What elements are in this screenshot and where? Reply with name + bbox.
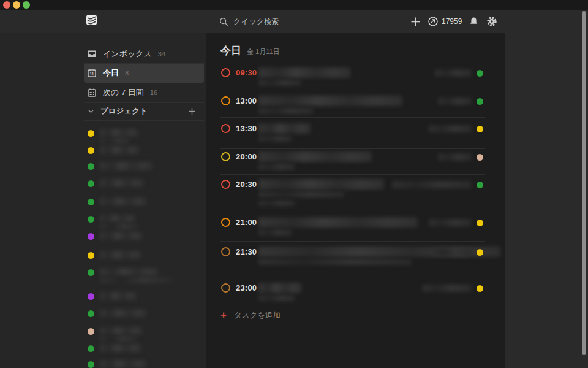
task-separator [221,174,485,175]
task-complete-circle[interactable] [221,180,230,189]
sidebar-project-item[interactable] [84,161,204,171]
redacted-task-title [258,217,418,228]
sidebar-item-today[interactable]: 11今日8 [84,63,204,83]
sidebar-project-item[interactable] [84,145,204,155]
redacted-task-title [258,96,402,106]
search-icon [219,17,228,26]
add-task-button[interactable] [408,14,423,29]
redacted-project-name [100,251,141,259]
sidebar-item-count: 8 [125,69,129,77]
sidebar-project-item[interactable] [84,326,204,345]
chevron-down-icon[interactable] [88,108,94,115]
project-color-dot [88,216,94,223]
redacted-project-name [100,360,146,368]
redacted-project-label[interactable] [423,285,472,292]
sidebar-project-item[interactable] [84,128,204,147]
add-task-row-button[interactable]: + タスクを追加 [221,309,281,322]
add-project-button[interactable] [188,107,196,115]
traffic-light-minimize-button[interactable] [13,1,20,9]
karma-score[interactable]: 17959 [428,14,462,29]
task-complete-circle[interactable] [221,124,230,133]
redacted-task-subtext [258,191,344,197]
sidebar-project-item[interactable] [84,214,204,232]
sidebar-project-item[interactable] [84,231,204,241]
task-separator [221,307,485,307]
view-title: 今日 金 1月11日 [221,44,280,58]
task-separator [221,213,485,213]
sidebar: インボックス3411今日8次の 7 日間16プロジェクト [0,33,206,368]
sidebar-separator [84,63,204,64]
redacted-project-name [100,344,141,352]
karma-trend-icon [428,17,438,26]
task-complete-circle[interactable] [221,283,230,293]
sidebar-project-item[interactable] [84,309,204,318]
view-title-text: 今日 [221,44,241,58]
sidebar-project-item[interactable] [84,197,204,207]
redacted-project-name [100,146,139,154]
todoist-logo-icon [86,15,97,25]
task-separator [221,278,485,278]
sidebar-project-item[interactable] [84,343,204,353]
notifications-bell-button[interactable] [466,14,481,29]
project-color-dot [88,180,94,187]
sidebar-project-item[interactable] [84,178,204,188]
task-complete-circle[interactable] [221,218,230,227]
app-header: クイック検索 17959 [0,10,588,33]
redacted-project-label[interactable] [432,248,472,256]
settings-gear-button[interactable] [484,14,499,29]
sidebar-separator [84,120,204,121]
calendar-today-icon: 11 [87,68,97,78]
traffic-light-zoom-button[interactable] [23,1,30,9]
redacted-task-title [258,123,311,134]
task-project-dot [477,182,483,188]
project-color-dot [88,130,94,137]
task-complete-circle[interactable] [221,96,230,105]
redacted-task-subtext [258,80,301,86]
project-color-dot [88,233,94,240]
redacted-project-name [100,232,143,240]
project-color-dot [88,199,94,205]
project-color-dot [88,147,94,154]
sidebar-project-item[interactable] [84,359,204,368]
sidebar-item-count: 16 [150,89,157,96]
svg-text:11: 11 [90,72,94,76]
redacted-project-label[interactable] [435,69,472,77]
projects-header-label: プロジェクト [100,106,148,117]
redacted-project-label[interactable] [429,125,472,132]
redacted-project-name [100,162,153,170]
sidebar-project-item[interactable] [84,250,204,260]
task-complete-circle[interactable] [221,247,230,256]
sidebar-project-item[interactable] [84,291,204,301]
app-window: クイック検索 17959 [0,0,588,368]
task-complete-circle[interactable] [221,152,230,161]
quick-search-input[interactable]: クイック検索 [219,13,279,29]
redacted-project-label[interactable] [438,98,472,105]
task-project-dot [477,98,483,105]
vertical-scrollbar-thumb[interactable] [582,11,586,355]
traffic-light-close-button[interactable] [3,1,10,9]
redacted-task-subtext [258,201,295,206]
redacted-project-name-line2 [100,335,138,342]
redacted-task-title [258,151,372,162]
sidebar-item-inbox[interactable]: インボックス34 [84,44,204,64]
add-task-label: タスクを追加 [234,310,281,321]
redacted-project-name-line2 [100,223,139,230]
sidebar-item-label: 次の 7 日間 [103,87,144,98]
redacted-project-label[interactable] [429,219,472,226]
sidebar-item-next7days[interactable]: 次の 7 日間16 [84,83,204,102]
redacted-project-label[interactable] [438,153,472,161]
sidebar-item-label: インボックス [103,48,152,59]
project-color-dot [88,252,94,259]
projects-section-header[interactable]: プロジェクト [84,102,204,120]
add-icon: + [221,310,227,320]
task-project-dot [477,285,483,292]
sidebar-project-item[interactable] [84,267,204,286]
project-color-dot [88,269,94,276]
redacted-task-title [258,283,301,293]
task-complete-circle[interactable] [221,68,230,77]
task-separator [221,241,485,242]
project-color-dot [88,163,94,170]
redacted-project-name [100,215,135,223]
task-separator [221,88,485,88]
redacted-project-label[interactable] [392,181,472,188]
